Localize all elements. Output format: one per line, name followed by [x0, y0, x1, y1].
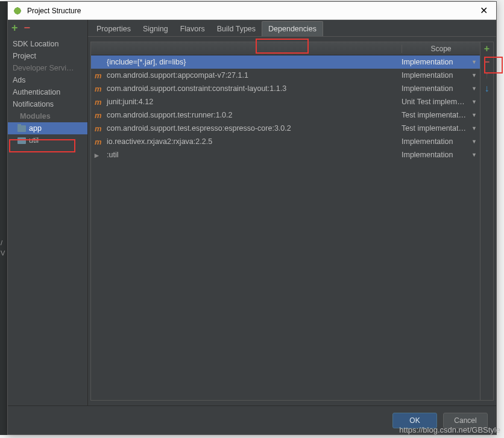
maven-icon: m — [95, 84, 103, 93]
sidebar: + − SDK Location Project Developer Servi… — [8, 20, 88, 405]
sidebar-item-notifications[interactable]: Notifications — [8, 98, 87, 110]
editor-gutter: / V — [0, 1, 7, 435]
dep-name: com.android.support.constraint:constrain… — [107, 84, 402, 93]
table-tools: + − ↑ ↓ — [480, 42, 493, 400]
tab-flavors[interactable]: Flavors — [174, 22, 211, 36]
dep-scope[interactable]: Implementation — [402, 151, 471, 159]
sidebar-header-modules: Modules — [8, 110, 87, 122]
sidebar-item-project[interactable]: Project — [8, 50, 87, 62]
module-dep-icon: ▸ — [95, 151, 103, 160]
table-header: Scope — [91, 42, 480, 55]
table-row[interactable]: m com.android.support.test:runner:1.0.2 … — [91, 108, 480, 122]
chevron-down-icon[interactable]: ▼ — [471, 125, 480, 131]
maven-icon: m — [95, 111, 103, 120]
move-down-icon[interactable]: ↓ — [482, 83, 493, 94]
module-label: app — [29, 124, 42, 133]
sidebar-item-developer-services[interactable]: Developer Servi… — [8, 62, 87, 74]
dep-scope[interactable]: Implementation — [402, 58, 471, 66]
sidebar-item-app[interactable]: app — [8, 122, 87, 134]
dep-name: io.reactivex.rxjava2:rxjava:2.2.5 — [107, 137, 402, 146]
sidebar-item-sdk-location[interactable]: SDK Location — [8, 38, 87, 50]
table-row[interactable]: m com.android.support.test.espresso:espr… — [91, 122, 480, 135]
hint-char: V — [1, 249, 5, 257]
chevron-down-icon[interactable]: ▼ — [471, 152, 480, 158]
dep-scope[interactable]: Unit Test implem… — [402, 98, 471, 106]
chevron-down-icon[interactable]: ▼ — [471, 139, 480, 145]
dep-name: {include=[*.jar], dir=libs} — [107, 58, 402, 66]
remove-module-icon[interactable]: − — [24, 22, 31, 33]
sidebar-item-authentication[interactable]: Authentication — [8, 86, 87, 98]
chevron-down-icon[interactable]: ▼ — [471, 99, 480, 105]
content-pane: Properties Signing Flavors Build Types D… — [88, 20, 496, 405]
add-module-icon[interactable]: + — [11, 22, 18, 33]
chevron-down-icon[interactable]: ▼ — [471, 86, 480, 92]
dep-scope[interactable]: Implementation — [402, 84, 471, 93]
module-icon — [17, 137, 26, 144]
table-row[interactable]: {include=[*.jar], dir=libs} Implementati… — [91, 55, 480, 69]
dep-scope[interactable]: Test implementat… — [402, 124, 471, 133]
folder-icon — [17, 125, 26, 132]
dep-name: junit:junit:4.12 — [107, 98, 402, 106]
dep-name: :util — [107, 151, 402, 159]
dep-name: com.android.support:appcompat-v7:27.1.1 — [107, 71, 402, 80]
window-title: Project Structure — [27, 7, 81, 15]
table-row[interactable]: m com.android.support.constraint:constra… — [91, 82, 480, 95]
chevron-down-icon[interactable]: ▼ — [471, 112, 480, 118]
chevron-down-icon[interactable]: ▼ — [471, 72, 480, 78]
table-body: {include=[*.jar], dir=libs} Implementati… — [91, 55, 480, 400]
maven-icon: m — [95, 124, 103, 133]
sidebar-item-ads[interactable]: Ads — [8, 74, 87, 86]
table-row[interactable]: m io.reactivex.rxjava2:rxjava:2.2.5 Impl… — [91, 135, 480, 148]
move-up-icon[interactable]: ↑ — [482, 70, 493, 81]
watermark: https://blog.csdn.net/GBStyle — [399, 425, 500, 434]
hint-char: / — [1, 239, 2, 246]
dep-name: com.android.support.test.espresso:espres… — [107, 124, 402, 133]
titlebar[interactable]: Project Structure ✕ — [8, 2, 496, 20]
tabs: Properties Signing Flavors Build Types D… — [88, 20, 496, 37]
add-dependency-icon[interactable]: + — [482, 43, 493, 54]
tab-dependencies[interactable]: Dependencies — [262, 21, 323, 36]
dep-scope[interactable]: Test implementat… — [402, 111, 471, 119]
android-studio-icon — [13, 6, 22, 16]
maven-icon: m — [95, 98, 103, 107]
dependencies-table: Scope {include=[*.jar], dir=libs} Implem… — [90, 42, 494, 401]
dep-name: com.android.support.test:runner:1.0.2 — [107, 111, 402, 119]
maven-icon: m — [95, 71, 103, 80]
tab-signing[interactable]: Signing — [137, 22, 174, 36]
project-structure-dialog: Project Structure ✕ + − SDK Location Pro… — [7, 1, 497, 435]
tab-properties[interactable]: Properties — [90, 22, 137, 36]
sidebar-toolbar: + − — [8, 20, 87, 36]
dep-scope[interactable]: Implementation — [402, 137, 471, 146]
module-label: util — [29, 136, 39, 145]
maven-icon: m — [95, 137, 103, 146]
chevron-down-icon[interactable]: ▼ — [471, 59, 480, 65]
remove-dependency-icon[interactable]: − — [482, 57, 493, 67]
dep-scope[interactable]: Implementation — [402, 71, 471, 80]
tab-build-types[interactable]: Build Types — [211, 22, 262, 36]
sidebar-item-util[interactable]: util — [8, 134, 87, 146]
sidebar-list: SDK Location Project Developer Servi… Ad… — [8, 36, 87, 405]
table-row[interactable]: m junit:junit:4.12 Unit Test implem… ▼ — [91, 95, 480, 108]
column-scope[interactable]: Scope — [402, 45, 480, 53]
table-row[interactable]: ▸ :util Implementation ▼ — [91, 148, 480, 161]
table-row[interactable]: m com.android.support:appcompat-v7:27.1.… — [91, 69, 480, 82]
close-icon[interactable]: ✕ — [476, 5, 491, 16]
